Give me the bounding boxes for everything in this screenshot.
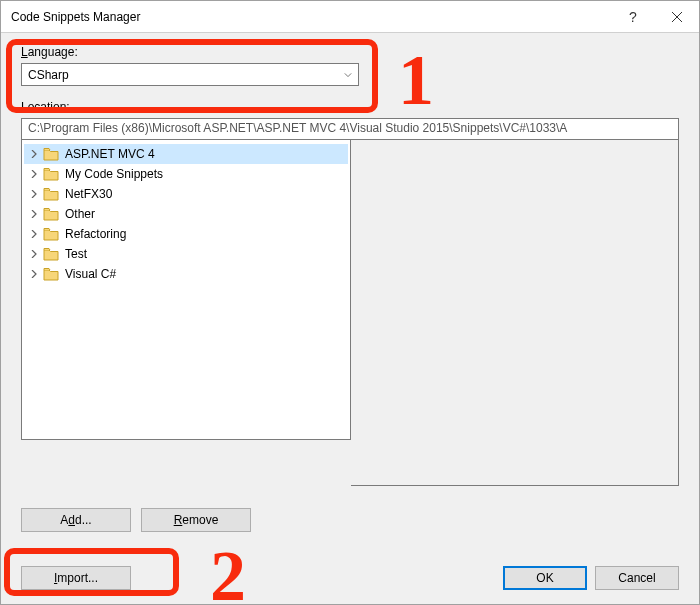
tree-item[interactable]: Test	[24, 244, 348, 264]
close-button[interactable]	[655, 2, 699, 32]
tree-item[interactable]: ASP.NET MVC 4	[24, 144, 348, 164]
tree-container: ASP.NET MVC 4My Code SnippetsNetFX30Othe…	[21, 140, 679, 486]
dialog-window: Code Snippets Manager ? Language: CSharp…	[0, 0, 700, 605]
expand-icon[interactable]	[28, 188, 40, 200]
tree-item-label: Test	[65, 247, 87, 261]
close-icon	[672, 12, 682, 22]
expand-icon[interactable]	[28, 208, 40, 220]
expand-icon[interactable]	[28, 148, 40, 160]
add-button[interactable]: Add...	[21, 508, 131, 532]
preview-pane	[351, 140, 679, 486]
folder-icon	[43, 167, 59, 181]
expand-icon[interactable]	[28, 168, 40, 180]
help-button[interactable]: ?	[611, 2, 655, 32]
import-button[interactable]: Import...	[21, 566, 131, 590]
tree-item-label: Refactoring	[65, 227, 126, 241]
remove-button[interactable]: Remove	[141, 508, 251, 532]
location-label: Location:	[21, 100, 679, 114]
button-row-bottom: Import... OK Cancel	[21, 566, 679, 590]
tree-item[interactable]: Other	[24, 204, 348, 224]
chevron-down-icon	[344, 71, 352, 79]
expand-icon[interactable]	[28, 268, 40, 280]
tree-item-label: Other	[65, 207, 95, 221]
tree-item-label: ASP.NET MVC 4	[65, 147, 155, 161]
snippet-tree[interactable]: ASP.NET MVC 4My Code SnippetsNetFX30Othe…	[21, 140, 351, 440]
location-field[interactable]: C:\Program Files (x86)\Microsoft ASP.NET…	[21, 118, 679, 140]
expand-icon[interactable]	[28, 228, 40, 240]
tree-item[interactable]: NetFX30	[24, 184, 348, 204]
window-title: Code Snippets Manager	[11, 10, 611, 24]
language-value: CSharp	[28, 68, 69, 82]
cancel-button[interactable]: Cancel	[595, 566, 679, 590]
tree-item[interactable]: Refactoring	[24, 224, 348, 244]
button-row-top: Add... Remove	[21, 508, 679, 532]
content-area: Language: CSharp Location: C:\Program Fi…	[1, 33, 699, 604]
folder-icon	[43, 207, 59, 221]
tree-item[interactable]: My Code Snippets	[24, 164, 348, 184]
ok-button[interactable]: OK	[503, 566, 587, 590]
button-area: Add... Remove Import... OK Cancel	[21, 496, 679, 604]
tree-item-label: NetFX30	[65, 187, 112, 201]
folder-icon	[43, 187, 59, 201]
question-icon: ?	[629, 9, 637, 25]
language-label: Language:	[21, 45, 679, 59]
ok-cancel-group: OK Cancel	[503, 566, 679, 590]
folder-icon	[43, 247, 59, 261]
titlebar: Code Snippets Manager ?	[1, 1, 699, 33]
tree-item-label: My Code Snippets	[65, 167, 163, 181]
expand-icon[interactable]	[28, 248, 40, 260]
tree-item[interactable]: Visual C#	[24, 264, 348, 284]
tree-item-label: Visual C#	[65, 267, 116, 281]
folder-icon	[43, 267, 59, 281]
folder-icon	[43, 147, 59, 161]
folder-icon	[43, 227, 59, 241]
language-dropdown[interactable]: CSharp	[21, 63, 359, 86]
